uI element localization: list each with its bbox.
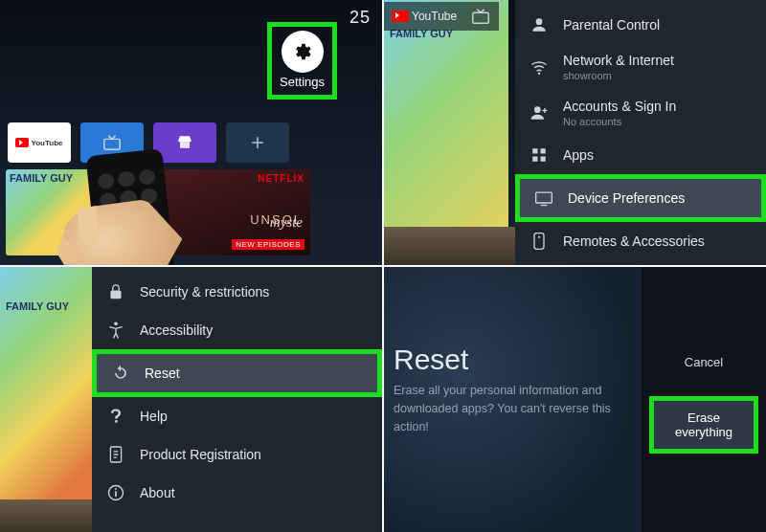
svg-point-14 xyxy=(114,322,118,326)
svg-rect-15 xyxy=(115,420,118,423)
menu-security[interactable]: Security & restrictions xyxy=(92,273,382,311)
step1-home-screen: 25 Settings YouTube xyxy=(0,0,382,265)
svg-point-5 xyxy=(534,106,541,113)
reset-description: Erase all your personal information and … xyxy=(394,382,622,435)
reset-actions: Cancel Erase everything xyxy=(642,267,766,532)
step4-reset-confirm: Reset Erase all your personal informatio… xyxy=(384,267,766,532)
reset-dialog-body: Reset Erase all your personal informatio… xyxy=(384,267,642,532)
menu-device-preferences-highlight: Device Preferences xyxy=(515,174,766,222)
remote-icon xyxy=(529,231,550,252)
svg-rect-2 xyxy=(473,12,489,23)
content-row: FAMILY GUY NETFLIX UNSOL myste NEW EPISO… xyxy=(0,169,382,265)
info-icon xyxy=(105,482,126,503)
app-tile-youtube[interactable]: YouTube xyxy=(8,122,71,163)
lock-icon xyxy=(105,281,126,302)
settings-tile-highlight: Settings xyxy=(267,22,337,100)
svg-rect-11 xyxy=(534,233,544,250)
store-icon xyxy=(174,132,195,153)
menu-apps[interactable]: Apps xyxy=(515,136,766,174)
settings-tile-label: Settings xyxy=(280,75,325,89)
menu-parental-control[interactable]: Parental Control xyxy=(515,6,766,44)
svg-rect-6 xyxy=(532,148,537,153)
menu-product-registration[interactable]: Product Registration xyxy=(92,435,382,474)
apps-icon xyxy=(529,144,550,166)
svg-rect-7 xyxy=(541,148,546,153)
reset-icon xyxy=(110,363,131,384)
menu-accessibility[interactable]: Accessibility xyxy=(92,311,382,349)
menu-device-preferences[interactable]: Device Preferences xyxy=(520,179,761,217)
app-tile-add[interactable]: + xyxy=(226,122,289,163)
erase-everything-button[interactable]: Erase everything xyxy=(654,401,754,449)
menu-reset[interactable]: Reset xyxy=(97,354,377,392)
clock: 25 xyxy=(349,8,371,28)
menu-about[interactable]: About xyxy=(92,474,382,512)
tv-icon xyxy=(101,132,123,153)
settings-side-panel: Parental Control Network & Internetshowr… xyxy=(515,0,766,265)
reset-title: Reset xyxy=(394,344,622,376)
menu-help[interactable]: Help xyxy=(92,397,382,435)
svg-rect-1 xyxy=(180,142,190,148)
accessibility-icon xyxy=(105,320,126,341)
step2-settings-panel: FAMILY GUY YouTube Parental Control xyxy=(384,0,766,265)
svg-rect-8 xyxy=(532,157,537,162)
menu-accounts[interactable]: Accounts & Sign InNo accounts xyxy=(515,90,766,136)
svg-point-4 xyxy=(538,72,541,75)
monitor-icon xyxy=(533,188,554,209)
add-person-icon xyxy=(529,102,550,123)
svg-rect-10 xyxy=(536,192,552,203)
app-chip-youtube[interactable]: YouTube xyxy=(392,10,457,23)
youtube-icon xyxy=(392,11,409,22)
cancel-button[interactable]: Cancel xyxy=(649,345,758,379)
wifi-icon xyxy=(529,56,550,78)
settings-tile[interactable] xyxy=(282,31,324,73)
svg-rect-9 xyxy=(541,157,546,162)
menu-reset-highlight: Reset xyxy=(92,349,382,397)
erase-button-highlight: Erase everything xyxy=(649,396,758,454)
background-content: FAMILY GUY xyxy=(384,0,508,265)
svg-rect-19 xyxy=(115,488,117,490)
person-icon xyxy=(529,14,550,35)
device-prefs-list: Security & restrictions Accessibility Re… xyxy=(92,267,382,532)
svg-rect-18 xyxy=(115,491,117,497)
gear-icon xyxy=(292,41,313,62)
svg-rect-13 xyxy=(110,290,121,299)
menu-network[interactable]: Network & Internetshowroom xyxy=(515,44,766,90)
svg-point-12 xyxy=(538,236,540,238)
svg-rect-0 xyxy=(104,139,120,149)
tv-icon[interactable] xyxy=(470,6,491,27)
plus-icon: + xyxy=(251,129,264,156)
svg-point-3 xyxy=(536,18,543,25)
help-icon xyxy=(105,406,126,427)
menu-remotes[interactable]: Remotes & Accessories xyxy=(515,222,766,260)
home-top-strip: YouTube xyxy=(384,2,499,31)
step3-device-prefs-panel: FAMILY GUY Security & restrictions Acces… xyxy=(0,267,382,532)
document-icon xyxy=(105,444,126,465)
background-content: FAMILY GUY xyxy=(0,267,92,532)
